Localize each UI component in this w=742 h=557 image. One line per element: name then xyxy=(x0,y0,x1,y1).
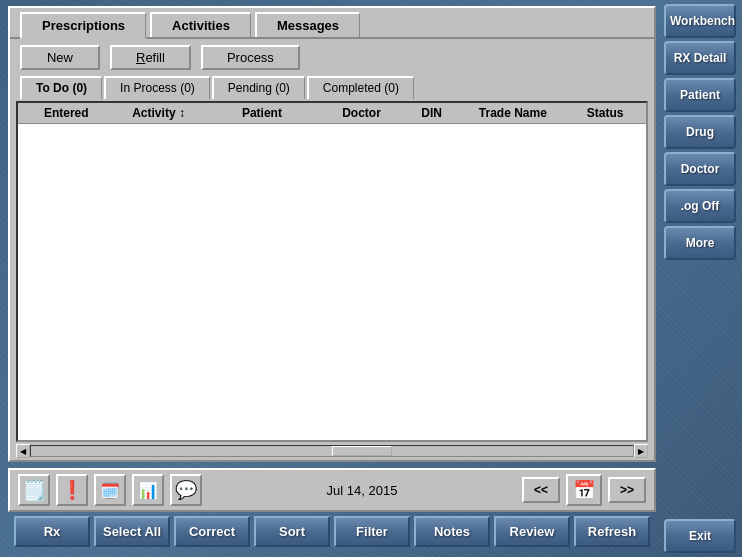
chat-icon-button[interactable]: 💬 xyxy=(170,474,202,506)
scrollbar-track[interactable] xyxy=(30,445,634,457)
rx-detail-button[interactable]: RX Detail xyxy=(664,41,736,75)
sort-button[interactable]: Sort xyxy=(254,516,330,547)
bottom-action-bar: Rx Select All Correct Sort Filter Notes … xyxy=(8,512,656,551)
sticky-note-icon: 🗒️ xyxy=(22,478,47,502)
refresh-button[interactable]: Refresh xyxy=(574,516,650,547)
main-container: Prescriptions Activities Messages New Re… xyxy=(0,0,742,557)
review-button[interactable]: Review xyxy=(494,516,570,547)
select-all-button[interactable]: Select All xyxy=(94,516,170,547)
col-doctor: Doctor xyxy=(317,106,406,120)
action-buttons-row: New Refill Process xyxy=(10,39,654,76)
drug-button[interactable]: Drug xyxy=(664,115,736,149)
date-display: Jul 14, 2015 xyxy=(208,483,516,498)
col-entered: Entered xyxy=(22,106,111,120)
grid-icon-button[interactable]: 📊 xyxy=(132,474,164,506)
col-activity[interactable]: Activity ↕ xyxy=(111,106,207,120)
refill-button[interactable]: Refill xyxy=(110,45,191,70)
prescriptions-table: Entered Activity ↕ Patient Doctor DIN Tr… xyxy=(16,101,648,442)
subtab-pending[interactable]: Pending (0) xyxy=(212,76,305,99)
grid-icon: 📊 xyxy=(138,481,158,500)
right-sidebar: Workbench RX Detail Patient Drug Doctor … xyxy=(662,0,742,557)
tab-messages[interactable]: Messages xyxy=(255,12,360,37)
rx-button[interactable]: Rx xyxy=(14,516,90,547)
tab-activities[interactable]: Activities xyxy=(150,12,251,37)
exclamation-icon: ❗ xyxy=(61,479,83,501)
workbench-button[interactable]: Workbench xyxy=(664,4,736,38)
more-button[interactable]: More xyxy=(664,226,736,260)
col-tradename: Trade Name xyxy=(458,106,569,120)
table-header: Entered Activity ↕ Patient Doctor DIN Tr… xyxy=(18,103,646,124)
doctor-button[interactable]: Doctor xyxy=(664,152,736,186)
calculator-icon-button[interactable]: 🗓️ xyxy=(94,474,126,506)
col-status: Status xyxy=(568,106,642,120)
prev-nav-button[interactable]: << xyxy=(522,477,560,503)
calc-icon: 🗓️ xyxy=(100,481,120,500)
calendar-icon: 📅 xyxy=(573,479,595,501)
patient-button[interactable]: Patient xyxy=(664,78,736,112)
scrollbar-thumb[interactable] xyxy=(332,446,392,456)
subtab-completed[interactable]: Completed (0) xyxy=(307,76,414,99)
note-icon-button[interactable]: 🗒️ xyxy=(18,474,50,506)
status-bar: 🗒️ ❗ 🗓️ 📊 💬 Jul 14, 2015 << 📅 >> xyxy=(8,468,656,512)
chat-icon: 💬 xyxy=(175,479,197,501)
correct-button[interactable]: Correct xyxy=(174,516,250,547)
content-area: Prescriptions Activities Messages New Re… xyxy=(0,0,662,557)
col-din: DIN xyxy=(406,106,458,120)
main-panel: Prescriptions Activities Messages New Re… xyxy=(8,6,656,462)
new-button[interactable]: New xyxy=(20,45,100,70)
top-tabs: Prescriptions Activities Messages xyxy=(10,8,654,39)
scroll-right-arrow[interactable]: ▶ xyxy=(634,444,648,458)
process-button[interactable]: Process xyxy=(201,45,300,70)
subtab-inprocess[interactable]: In Process (0) xyxy=(104,76,210,99)
sub-tabs: To Do (0) In Process (0) Pending (0) Com… xyxy=(10,76,654,99)
tab-prescriptions[interactable]: Prescriptions xyxy=(20,12,146,39)
subtab-todo[interactable]: To Do (0) xyxy=(20,76,102,100)
next-nav-button[interactable]: >> xyxy=(608,477,646,503)
scroll-left-arrow[interactable]: ◀ xyxy=(16,444,30,458)
horizontal-scrollbar[interactable]: ◀ ▶ xyxy=(10,442,654,460)
col-patient: Patient xyxy=(207,106,318,120)
filter-button[interactable]: Filter xyxy=(334,516,410,547)
exit-button[interactable]: Exit xyxy=(664,519,736,553)
calendar-nav-icon-button[interactable]: 📅 xyxy=(566,474,602,506)
notes-button[interactable]: Notes xyxy=(414,516,490,547)
table-body xyxy=(18,124,646,440)
warning-icon-button[interactable]: ❗ xyxy=(56,474,88,506)
log-off-button[interactable]: .og Off xyxy=(664,189,736,223)
